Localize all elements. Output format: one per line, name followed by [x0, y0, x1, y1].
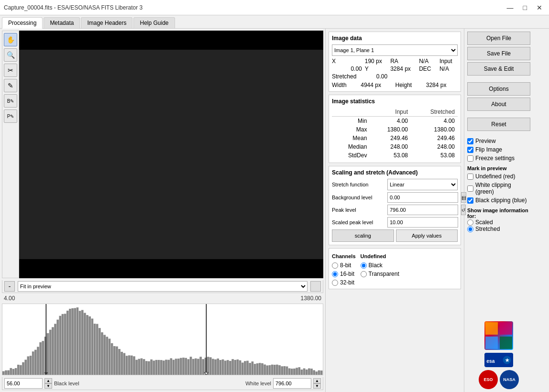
white-level-down[interactable]: ▼: [313, 383, 321, 389]
freeze-settings-checkbox-row: Freeze settings: [467, 155, 530, 162]
svg-rect-123: [298, 367, 300, 375]
undefined-red-checkbox[interactable]: [467, 174, 473, 180]
maximize-button[interactable]: □: [520, 3, 530, 12]
reset-button[interactable]: Reset: [467, 118, 530, 131]
black-level-tool[interactable]: B✎: [4, 94, 17, 108]
tab-metadata[interactable]: Metadata: [44, 17, 80, 28]
stats-row-stretched: 248.00: [411, 142, 458, 151]
svg-rect-83: [199, 357, 202, 375]
svg-rect-33: [77, 307, 79, 375]
freeze-settings-checkbox[interactable]: [467, 155, 473, 162]
svg-rect-119: [288, 368, 291, 375]
open-file-button[interactable]: Open File: [467, 32, 530, 45]
height-value: 3284 px: [426, 82, 458, 88]
channel-32bit-radio[interactable]: [332, 280, 338, 286]
black-level-input[interactable]: [4, 378, 43, 389]
tools-sidebar: ✋ 🔍 ✂ ✎ B✎ P✎: [2, 31, 19, 278]
svg-rect-81: [195, 359, 197, 375]
pan-tool[interactable]: ✋: [4, 33, 17, 46]
scaled-peak-level-row: Scaled peak level: [332, 217, 458, 228]
preview-checkbox-row: Preview: [467, 138, 530, 144]
x-coord-type: RA: [390, 58, 416, 65]
white-clipping-checkbox[interactable]: [467, 185, 473, 192]
flip-image-checkbox[interactable]: [467, 147, 473, 153]
svg-rect-6: [10, 368, 12, 375]
svg-rect-30: [69, 309, 71, 375]
tab-image-headers[interactable]: Image Headers: [81, 17, 132, 28]
channel-8bit-radio[interactable]: [332, 262, 338, 269]
scaling-button[interactable]: scaling: [332, 229, 394, 242]
zoom-minus-button[interactable]: -: [4, 281, 15, 292]
scaling-buttons: scaling Apply values: [332, 229, 458, 242]
svg-rect-57: [135, 360, 138, 375]
eso-logo: ESO: [479, 370, 498, 389]
undefined-transparent-radio[interactable]: [361, 271, 367, 277]
channel-8bit-label: 8-bit: [340, 262, 351, 269]
black-clipping-checkbox[interactable]: [467, 197, 473, 204]
stats-row: Min 4.00 4.00: [332, 117, 458, 126]
stats-row: Mean 249.46 249.46: [332, 134, 458, 142]
image-stats-title: Image statistics: [332, 98, 458, 105]
zoom-tool[interactable]: 🔍: [4, 48, 17, 62]
svg-rect-18: [39, 342, 42, 375]
peak-level-input[interactable]: [387, 205, 458, 215]
tab-help-guide[interactable]: Help Guide: [133, 17, 175, 28]
stats-row-stretched: 1380.00: [411, 125, 458, 134]
stretched-radio[interactable]: [467, 226, 473, 232]
svg-rect-107: [259, 363, 261, 375]
preview-checkbox[interactable]: [467, 138, 473, 144]
svg-rect-12: [24, 359, 27, 375]
save-edit-button[interactable]: Save & Edit: [467, 62, 530, 76]
stats-row-input: 248.00: [370, 142, 411, 151]
svg-rect-78: [187, 359, 190, 375]
svg-rect-124: [301, 370, 303, 375]
stats-row-input: 53.08: [370, 151, 411, 160]
svg-rect-94: [227, 360, 229, 375]
zoom-select[interactable]: Fit in preview 25% 50% 100% 200%: [18, 281, 307, 292]
white-level-input[interactable]: [273, 378, 311, 389]
svg-rect-109: [264, 364, 266, 375]
stats-row-label: Mean: [332, 134, 370, 142]
coord-grid: X 190 px RA N/A Input 0.00 Y 3284 px DEC…: [332, 58, 458, 80]
svg-rect-39: [91, 318, 94, 375]
image-preview-container[interactable]: [19, 31, 323, 278]
options-button[interactable]: Options: [467, 82, 530, 96]
stretch-function-select[interactable]: Linear Log Square Root Asinh: [387, 179, 458, 190]
height-label: Height: [395, 82, 423, 88]
background-level-input[interactable]: [387, 192, 458, 203]
svg-rect-84: [202, 359, 204, 375]
svg-rect-111: [269, 365, 271, 375]
svg-rect-1: [19, 50, 323, 259]
eyedropper-tool[interactable]: ✂: [4, 64, 17, 77]
svg-rect-28: [64, 314, 66, 375]
svg-rect-113: [274, 365, 276, 375]
save-file-button[interactable]: Save File: [467, 47, 530, 60]
svg-rect-50: [118, 349, 121, 375]
white-level-up[interactable]: ▲: [313, 378, 321, 383]
channel-16bit-radio[interactable]: [332, 271, 338, 277]
close-button[interactable]: ✕: [534, 3, 545, 12]
black-level-group: ▲ ▼ Black level: [4, 378, 79, 389]
svg-rect-98: [237, 359, 239, 375]
svg-rect-125: [303, 369, 306, 375]
tab-processing[interactable]: Processing: [2, 17, 43, 29]
undefined-black-radio[interactable]: [361, 262, 367, 269]
svg-rect-100: [242, 362, 244, 375]
image-data-select[interactable]: Image 1, Plane 1: [332, 44, 458, 56]
black-level-down[interactable]: ▼: [44, 383, 52, 389]
white-clipping-row: White clipping (green): [467, 182, 530, 195]
scaled-radio[interactable]: [467, 219, 473, 226]
minimize-button[interactable]: —: [504, 3, 516, 12]
stretched-label: Stretched: [475, 226, 500, 232]
gradient-tool[interactable]: ✎: [4, 79, 17, 92]
bottom-controls: ▲ ▼ Black level White level ▲ ▼: [2, 377, 323, 390]
black-level-up[interactable]: ▲: [44, 378, 52, 383]
about-button[interactable]: About: [467, 98, 530, 111]
svg-rect-26: [59, 316, 62, 375]
apply-values-button[interactable]: Apply values: [396, 229, 458, 242]
scaled-peak-level-input[interactable]: [387, 217, 458, 228]
mark-in-preview-title: Mark in preview: [467, 165, 530, 171]
svg-rect-34: [79, 311, 81, 375]
window-controls: — □ ✕: [504, 3, 545, 12]
peak-level-tool[interactable]: P✎: [4, 109, 17, 123]
